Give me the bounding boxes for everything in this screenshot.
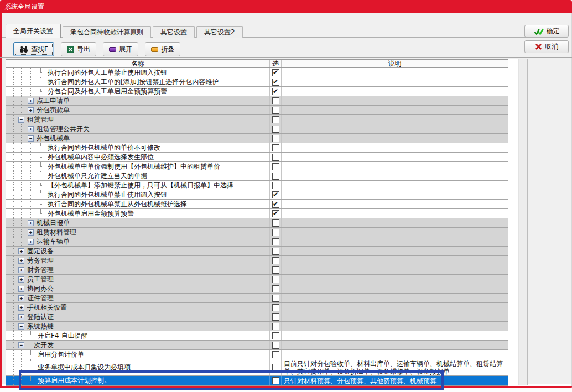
table-row[interactable]: +点工申请单 [6, 96, 508, 106]
expand-plus-icon[interactable]: + [28, 98, 34, 104]
table-row[interactable]: 执行合同的外包人工单禁止使用调入按钮✔ [6, 68, 508, 77]
row-checkbox[interactable] [272, 276, 279, 283]
row-checkbox[interactable]: ✔ [272, 210, 279, 217]
table-row[interactable]: +员工管理 [6, 275, 508, 284]
table-row[interactable]: +手机相关设置 [6, 303, 508, 312]
tab-other-settings[interactable]: 其它设置 [153, 26, 195, 38]
table-row[interactable]: −二次开发 [6, 341, 508, 350]
collapse-button[interactable]: 折叠 [145, 42, 180, 56]
tab-contract-receivable-rules[interactable]: 承包合同待收款计算原则 [63, 26, 151, 38]
row-checkbox[interactable]: ✔ [272, 191, 279, 198]
table-row[interactable]: 执行合同的外包人工单的[添加]按钮禁止选择分包内容维护✔ [6, 77, 508, 87]
table-row[interactable]: +证件管理 [6, 294, 508, 303]
row-checkbox[interactable] [272, 116, 279, 123]
title-bar[interactable]: 系统全局设置 [0, 0, 572, 13]
table-row[interactable]: 启用分包计价单 [6, 350, 508, 359]
row-checkbox[interactable] [272, 285, 279, 292]
row-checkbox[interactable]: ✔ [272, 69, 279, 76]
ok-button[interactable]: 确定 [524, 25, 569, 38]
row-checkbox[interactable] [272, 304, 279, 311]
expand-plus-icon[interactable]: + [18, 286, 24, 292]
table-row[interactable]: 执行合同的外包机械单的单价不可修改 [6, 143, 508, 153]
row-checkbox[interactable] [272, 295, 279, 302]
collapse-minus-icon[interactable]: − [18, 323, 24, 330]
expand-plus-icon[interactable]: + [18, 258, 24, 264]
expand-plus-icon[interactable]: + [28, 229, 34, 236]
table-row[interactable]: 分包合同及外包人工单启用金额预算预警✔ [6, 87, 508, 96]
table-row[interactable]: 开启F4-自由提醒 [6, 331, 508, 341]
table-row[interactable]: +运输车辆单 [6, 237, 508, 247]
table-row[interactable]: 外包机械单启用金额预算预警✔ [6, 209, 508, 218]
row-checkbox[interactable] [272, 126, 279, 133]
expand-plus-icon[interactable]: + [28, 220, 34, 226]
collapse-minus-icon[interactable]: − [18, 342, 24, 348]
table-row[interactable]: −外包机械单 [6, 134, 508, 143]
row-checkbox[interactable] [272, 248, 279, 255]
row-checkbox[interactable] [272, 377, 279, 384]
table-row[interactable]: 外包机械单只允许建立当天的单据 [6, 171, 508, 181]
row-checkbox[interactable] [272, 144, 279, 151]
tab-other-settings-2[interactable]: 其它设置2 [196, 26, 243, 38]
find-button[interactable]: 查找F [13, 42, 54, 56]
table-vertical-scrollbar[interactable] [518, 59, 528, 385]
row-checkbox[interactable] [272, 229, 279, 236]
expand-plus-icon[interactable]: + [18, 248, 24, 254]
expand-plus-icon[interactable]: + [28, 239, 34, 245]
table-row[interactable]: 外包机械单内容中必须选择发生部位 [6, 153, 508, 162]
row-check-cell [269, 275, 282, 284]
table-row[interactable]: 业务单据中成本归集设为必填项目前只针对分包验收单、材料出库单、运输车辆单、机械结… [6, 359, 508, 376]
row-checkbox[interactable]: ✔ [272, 201, 279, 208]
row-checkbox[interactable] [272, 97, 279, 104]
row-checkbox[interactable] [272, 219, 279, 227]
row-checkbox[interactable] [272, 332, 279, 339]
table-row[interactable]: +协同办公 [6, 284, 508, 294]
expand-plus-icon[interactable]: + [18, 314, 24, 320]
row-checkbox[interactable] [272, 173, 279, 180]
row-checkbox[interactable] [272, 182, 279, 189]
table-row[interactable]: +财务管理 [6, 265, 508, 275]
cancel-button[interactable]: 取消 [524, 40, 569, 53]
row-checkbox[interactable]: ✔ [272, 88, 279, 95]
expand-plus-icon[interactable]: + [18, 267, 24, 273]
table-row[interactable]: +登陆认证 [6, 312, 508, 322]
window-border-under [0, 388, 572, 392]
table-row[interactable]: 预算启用成本计划控制。只针对材料预算、分包预算、其他费预算、机械预算 [6, 376, 508, 386]
row-checkbox[interactable] [272, 257, 279, 264]
table-row[interactable]: 【外包机械单】添加键禁止使用，只可从【机械日报单】中选择 [6, 181, 508, 190]
export-button[interactable]: 导出 [61, 42, 96, 56]
expand-plus-icon[interactable]: + [18, 305, 24, 311]
row-checkbox[interactable] [272, 154, 279, 161]
row-label: 外包机械单启用金额预算预警 [48, 209, 134, 218]
expand-plus-icon[interactable]: + [18, 295, 24, 301]
row-checkbox[interactable] [272, 238, 279, 245]
row-checkbox[interactable] [272, 266, 279, 274]
table-row[interactable]: −系统热键 [6, 322, 508, 331]
expand-plus-icon[interactable]: + [18, 276, 24, 283]
table-row[interactable]: 外包机械单中单价强制使用【外包机械维护】中的租赁单价 [6, 162, 508, 171]
collapse-minus-icon[interactable]: − [28, 135, 34, 142]
row-check-cell [269, 376, 282, 385]
table-row[interactable]: +机械日报单 [6, 218, 508, 228]
row-checkbox[interactable] [272, 342, 279, 349]
table-row[interactable]: 执行合同的外包机械单禁止使用调入按钮✔ [6, 190, 508, 200]
collapse-minus-icon[interactable]: − [18, 117, 24, 123]
row-checkbox[interactable] [272, 163, 279, 170]
table-row[interactable]: +租赁材料管理 [6, 228, 508, 237]
table-row[interactable]: 执行合同的外包机械单禁止从外包机械维护选择✔ [6, 200, 508, 209]
expand-button[interactable]: 展开 [103, 42, 138, 56]
row-checkbox[interactable] [272, 135, 279, 142]
expand-plus-icon[interactable]: + [28, 126, 34, 132]
row-checkbox[interactable] [272, 107, 279, 114]
row-checkbox[interactable]: ✔ [272, 79, 279, 86]
row-checkbox[interactable] [272, 313, 279, 321]
expand-plus-icon[interactable]: + [28, 107, 34, 113]
table-row[interactable]: +劳务管理 [6, 256, 508, 265]
table-row[interactable]: +固定设备 [6, 247, 508, 256]
table-row[interactable]: −租赁管理 [6, 115, 508, 124]
row-checkbox[interactable] [272, 323, 279, 330]
row-checkbox[interactable] [272, 364, 279, 371]
table-row[interactable]: +租赁管理公共开关 [6, 124, 508, 134]
row-checkbox[interactable] [272, 351, 279, 358]
table-row[interactable]: +分包罚款单 [6, 106, 508, 115]
tab-global-switch-settings[interactable]: 全局开关设置 [6, 24, 61, 38]
